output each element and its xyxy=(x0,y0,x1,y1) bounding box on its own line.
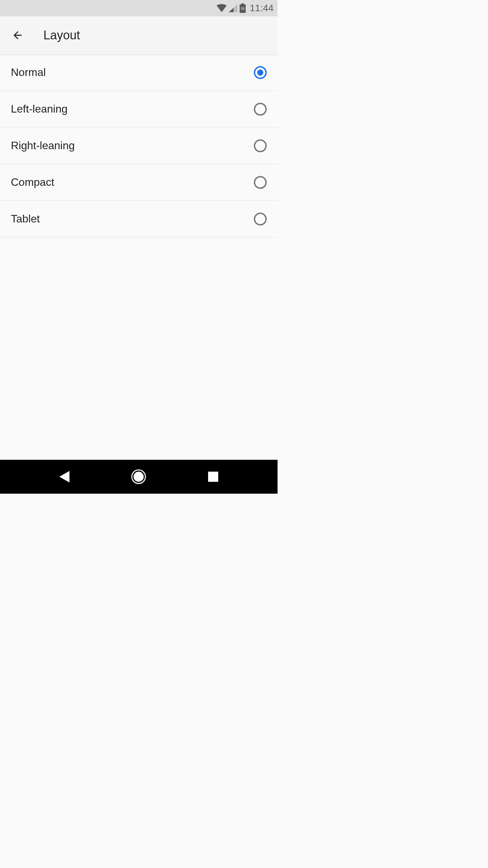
radio-icon xyxy=(254,103,267,116)
battery-icon: 99 xyxy=(240,3,246,13)
nav-recents-button[interactable] xyxy=(203,467,223,487)
arrow-left-icon xyxy=(12,29,24,41)
status-bar: 99 11:44 xyxy=(0,0,278,16)
option-right-leaning[interactable]: Right-leaning xyxy=(0,127,278,164)
nav-home-button[interactable] xyxy=(128,467,149,487)
status-time: 11:44 xyxy=(250,3,273,14)
svg-rect-3 xyxy=(208,472,218,482)
navigation-bar xyxy=(0,460,278,494)
option-normal[interactable]: Normal xyxy=(0,54,278,91)
radio-icon xyxy=(254,139,267,152)
svg-point-2 xyxy=(134,472,144,482)
triangle-back-icon xyxy=(59,471,69,482)
svg-text:99: 99 xyxy=(241,7,245,11)
radio-icon xyxy=(254,66,267,79)
option-label: Tablet xyxy=(11,213,40,225)
square-recents-icon xyxy=(208,472,218,482)
radio-icon xyxy=(254,176,267,189)
option-label: Compact xyxy=(11,176,54,189)
option-left-leaning[interactable]: Left-leaning xyxy=(0,91,278,127)
option-compact[interactable]: Compact xyxy=(0,164,278,201)
circle-home-icon xyxy=(131,469,146,484)
radio-icon xyxy=(254,213,267,225)
wifi-icon xyxy=(217,4,227,12)
option-label: Right-leaning xyxy=(11,139,75,152)
page-title: Layout xyxy=(43,28,80,42)
signal-icon xyxy=(229,4,238,12)
app-bar: Layout xyxy=(0,16,278,54)
option-tablet[interactable]: Tablet xyxy=(0,201,278,237)
option-label: Left-leaning xyxy=(11,103,67,115)
option-label: Normal xyxy=(11,66,46,79)
options-list: Normal Left-leaning Right-leaning Compac… xyxy=(0,54,278,237)
back-button[interactable] xyxy=(5,23,30,47)
nav-back-button[interactable] xyxy=(54,467,75,487)
